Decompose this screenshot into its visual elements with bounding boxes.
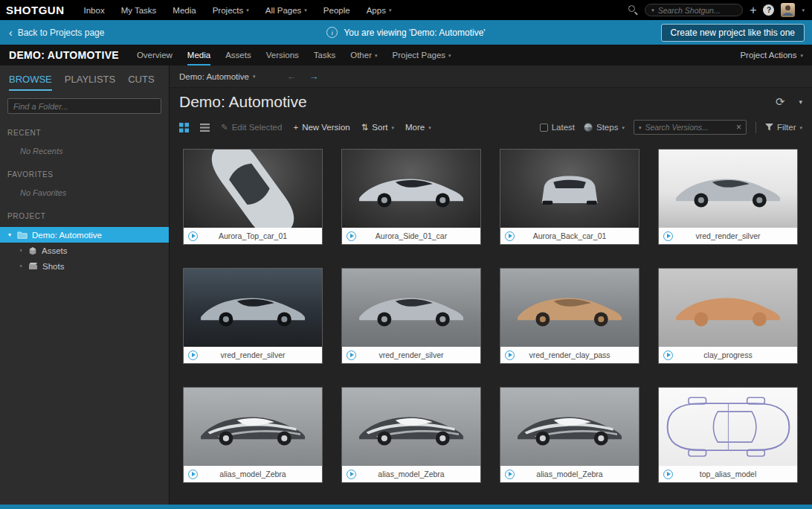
collapse-caret-icon[interactable]: ▾ [799,98,802,106]
grid-view-button[interactable] [179,123,189,132]
global-search-box[interactable]: ▾ [645,4,743,16]
folder-search-box[interactable] [7,98,161,114]
tab-media[interactable]: Media [187,45,210,65]
version-thumbnail[interactable] [659,388,797,466]
nav-item-people[interactable]: People [323,6,350,15]
play-icon[interactable] [347,231,356,241]
version-search-box[interactable]: ▾ × [634,120,747,135]
play-icon[interactable] [663,231,673,241]
edit-selected-button[interactable]: ✎ Edit Selected [221,122,282,132]
nav-item-inbox[interactable]: Inbox [84,6,105,15]
create-project-button[interactable]: Create new project like this one [661,24,805,42]
tab-tasks[interactable]: Tasks [314,45,335,65]
title-bar: Demo: Automotive ⟳ ▾ [170,88,812,116]
play-icon[interactable] [505,470,515,479]
play-icon[interactable] [188,231,198,241]
more-button[interactable]: More ▾ [405,123,431,132]
version-thumbnail[interactable] [659,269,797,347]
tab-project-pages[interactable]: Project Pages▾ [393,45,451,65]
play-icon[interactable] [347,350,356,360]
version-card[interactable]: vred_render_silver [659,150,797,244]
tree-item-assets[interactable]: › Assets [0,243,169,258]
version-card[interactable]: clay_progress [659,269,797,363]
forward-arrow-icon[interactable]: → [309,71,318,82]
sidebar-tab-cuts[interactable]: CUTS [128,74,154,91]
version-card[interactable]: alias_model_Zebra [184,388,322,482]
caret-down-icon[interactable]: ▾ [651,7,654,13]
version-card[interactable]: alias_model_Zebra [500,388,639,482]
nav-item-apps[interactable]: Apps▾ [367,6,392,15]
nav-item-media[interactable]: Media [173,6,196,15]
sidebar-tab-playlists[interactable]: PLAYLISTS [65,74,115,91]
tab-versions[interactable]: Versions [266,45,299,65]
tab-overview[interactable]: Overview [137,45,173,65]
version-thumbnail[interactable] [184,150,322,228]
project-actions-menu[interactable]: Project Actions ▾ [740,51,803,60]
version-thumbnail[interactable] [500,388,639,466]
nav-item-projects[interactable]: Projects▾ [213,6,249,15]
version-card[interactable]: vred_render_silver [342,269,480,363]
back-to-projects-link[interactable]: ‹ Back to Projects page [9,28,104,38]
caret-down-icon[interactable]: ▾ [802,7,805,13]
help-icon[interactable]: ? [763,4,774,16]
tree-collapsed-icon[interactable]: › [18,263,24,269]
breadcrumb-bar: Demo: Automotive ▾ ← → [170,65,812,88]
play-icon[interactable] [347,470,356,479]
refresh-icon[interactable]: ⟳ [776,95,785,109]
version-thumbnail[interactable] [184,388,322,466]
caret-down-icon: ▾ [391,125,394,130]
tree-item-shots[interactable]: › Shots [0,258,169,274]
caret-down-icon[interactable]: ▾ [639,125,642,130]
play-icon[interactable] [663,470,673,479]
play-icon[interactable] [505,231,515,241]
caret-down-icon[interactable]: ▾ [7,231,13,238]
filter-button[interactable]: Filter ▾ [765,123,802,132]
play-icon[interactable] [188,350,198,360]
version-card[interactable]: Aurora_Back_car_01 [500,150,639,244]
tree-item-project-root[interactable]: ▾ Demo: Automotive [0,227,169,243]
version-search-input[interactable] [645,123,732,132]
breadcrumb[interactable]: Demo: Automotive ▾ [179,72,255,81]
add-icon[interactable]: + [750,4,756,16]
shotgun-logo[interactable]: SHOTGUN [6,4,65,16]
version-card[interactable]: alias_model_Zebra [342,388,480,482]
search-icon[interactable] [628,5,638,15]
latest-toggle[interactable]: Latest [540,123,575,132]
version-card-footer: vred_render_silver [184,347,322,363]
version-thumbnail[interactable] [500,269,639,347]
global-search-input[interactable] [658,6,736,15]
version-thumbnail[interactable] [500,150,639,228]
tree-collapsed-icon[interactable]: › [18,247,24,254]
folder-search-input[interactable] [13,102,155,111]
clear-icon[interactable]: × [736,123,741,132]
new-version-button[interactable]: + New Version [293,123,349,132]
tab-other[interactable]: Other▾ [350,45,377,65]
list-view-button[interactable] [200,123,210,132]
version-card[interactable]: vred_render_silver [184,269,322,363]
sort-button[interactable]: ⇅ Sort ▾ [361,122,394,132]
version-card[interactable]: vred_render_clay_pass [500,269,639,363]
version-card[interactable]: Aurora_Side_01_car [342,150,480,244]
version-thumbnail[interactable] [184,269,322,347]
caret-down-icon: ▾ [448,53,451,58]
play-icon[interactable] [663,350,673,360]
version-thumbnail[interactable] [342,388,480,466]
project-title[interactable]: DEMO: AUTOMOTIVE [9,49,119,61]
steps-filter-button[interactable]: Steps ▾ [584,123,625,132]
tab-assets[interactable]: Assets [225,45,251,65]
car-thumbnail-art [356,285,467,330]
play-icon[interactable] [505,350,515,360]
nav-item-my-tasks[interactable]: My Tasks [121,6,157,15]
version-card[interactable]: top_alias_model [659,388,797,482]
back-arrow-icon[interactable]: ← [286,71,296,82]
version-card[interactable]: Aurora_Top_car_01 [184,150,322,244]
latest-checkbox[interactable] [540,124,548,132]
version-thumbnail[interactable] [342,269,480,347]
version-thumbnail[interactable] [659,150,797,228]
play-icon[interactable] [188,470,198,479]
user-avatar[interactable] [781,3,795,17]
recent-empty-text: No Recents [20,147,169,156]
nav-item-all-pages[interactable]: All Pages▾ [265,6,307,15]
version-thumbnail[interactable] [342,150,480,228]
sidebar-tab-browse[interactable]: BROWSE [9,74,52,91]
